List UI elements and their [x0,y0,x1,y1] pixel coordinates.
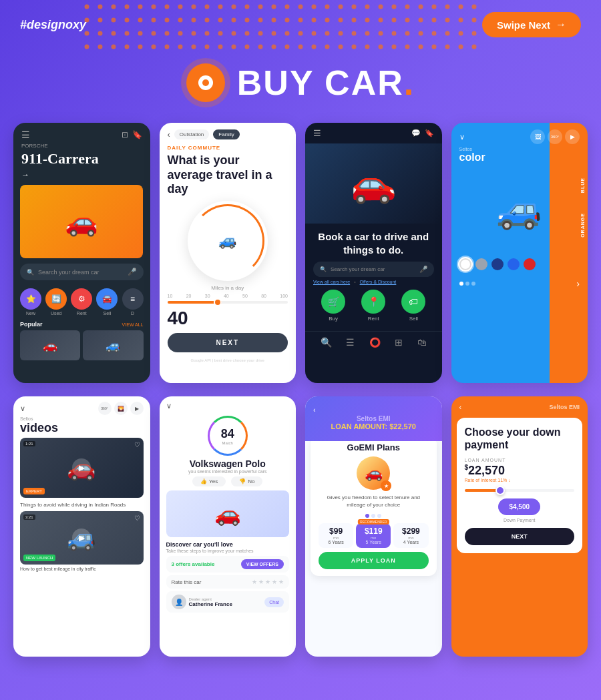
car-thumb-2[interactable]: 🚙 [83,330,143,360]
tab-new[interactable]: ⭐ New [20,288,41,316]
match-number: 84 [221,427,234,441]
color-red[interactable] [524,258,536,270]
recommended-badge: RECOMMENDED [358,519,389,524]
mic-icon[interactable]: 🎤 [419,266,427,273]
nav-bag-icon[interactable]: 🛍 [417,337,427,348]
no-button[interactable]: 👎 No [231,476,262,486]
360-icon[interactable]: 360° [98,402,112,415]
plan-3[interactable]: $299 mo 4 Years [393,523,428,548]
p4-side-labels: BLUE ORANGE [580,178,585,238]
plan-3-price: $299 [396,527,425,536]
like-icon-2[interactable]: ♡ [134,514,140,522]
thumbs-up-icon: 👍 [200,478,207,484]
chevron-down-icon[interactable]: ∨ [20,404,25,413]
swipe-next-button[interactable]: Swipe Next → [482,12,581,37]
chat-icon[interactable]: 💬 [411,129,421,137]
chat-button[interactable]: Chat [264,597,284,607]
slider-track[interactable] [465,489,575,492]
down-payment-title: Choose your down payment [465,426,575,451]
p2-slider[interactable]: 102030405080100 [160,292,296,308]
photo-icon[interactable]: 🌄 [114,402,128,415]
rate-info: Rate of Interest 11% ↓ [465,478,575,482]
slider-fill [465,489,497,492]
view-all-link[interactable]: View all cars here [313,280,350,284]
view-all-link[interactable]: VIEW ALL [122,322,144,327]
down-amount-button[interactable]: $4,500 [498,498,540,515]
p3-hero-car: 🚗 [305,143,442,224]
color-darkblue[interactable] [491,258,504,270]
yes-no-buttons: 👍 Yes 👎 No [160,476,296,486]
vw-car-image: 🚗 [166,490,290,537]
p3-content: Book a car to drive and things to do. 🔍 … [305,224,442,331]
plan-2-recommended[interactable]: RECOMMENDED $119 mo 5 Years [356,523,391,548]
nav-list-icon[interactable]: ☰ [346,337,355,348]
back-icon[interactable]: ‹ [459,403,462,411]
hamburger-icon[interactable]: ☰ [21,129,30,140]
p5-video-1[interactable]: 🚗 ▶ 1:21 EXPERT ♡ [20,438,144,498]
chip-family[interactable]: Family [213,129,240,139]
dot-3 [377,514,381,518]
tab-sell[interactable]: 🚘 Sell [96,288,118,316]
action-sell[interactable]: 🏷 Sell [401,290,425,322]
nav-search-icon[interactable]: 🔍 [321,337,332,348]
car-thumb-1[interactable]: 🚗 [20,330,80,360]
monitor-icon[interactable]: ⊡ [122,130,128,139]
hero-car-icon: 🚗 [351,162,397,206]
back-icon[interactable]: ‹ [168,129,170,139]
tab-used[interactable]: 🔄 Used [45,288,67,316]
tab-rent[interactable]: ⚙ Rent [71,288,92,316]
nav-dot-2 [465,282,469,286]
yes-button[interactable]: 👍 Yes [192,476,226,486]
new-launch-badge: NEW LAUNCH [23,555,55,561]
chip-outstation[interactable]: Outstation [174,129,209,139]
match-circle: 84 Match [208,416,248,456]
play-icon[interactable]: ▶ [565,129,580,144]
chevron-down-icon[interactable]: ∨ [166,402,172,410]
nav-grid-icon[interactable]: ⊞ [395,337,403,348]
p4-content: ∨ 🖼 360° ▶ Seltos color 🚙 BLUE ORANGE [451,123,588,292]
action-buy[interactable]: 🛒 Buy [321,290,345,322]
color-blue[interactable] [508,258,520,270]
video-icon[interactable]: ▶ [130,402,144,415]
link-separator: • [354,280,355,284]
bookmark-icon[interactable]: 🔖 [425,129,434,137]
p3-icons: 💬 🔖 [411,129,434,137]
agent-info: Dealer agent Catherine France [189,597,262,607]
hamburger-icon[interactable]: ☰ [313,128,321,138]
p2-title: What is your average travel in a day [160,152,296,198]
chevron-down-icon[interactable]: ∨ [459,133,465,141]
mic-icon[interactable]: 🎤 [128,268,137,276]
next-chevron-icon[interactable]: › [576,278,580,289]
p1-cars-row: 🚗 🚙 [13,329,150,366]
landscape-icon[interactable]: 🖼 [530,129,545,144]
p5-title: videos [13,421,150,438]
p1-search-bar[interactable]: 🔍 Search your dream car 🎤 [20,264,144,280]
p5-video-2[interactable]: 🚙 ▶ 3:21 NEW LAUNCH ♡ [20,511,144,565]
back-icon[interactable]: ‹ [313,406,316,414]
hero-icon [186,63,225,102]
color-white[interactable] [459,258,471,270]
color-gray[interactable] [475,258,487,270]
p3-search[interactable]: 🔍 Search your dream car 🎤 [313,262,434,277]
tab-more[interactable]: ≡ D [122,288,144,316]
discover-sub: Take these steps to improve your matches [160,549,296,556]
view-offers-button[interactable]: VIEW OFFERS [241,559,284,569]
video-2-time: 3:21 [23,514,35,520]
p2-next-button[interactable]: NEXT [168,333,288,352]
360-icon[interactable]: 360° [548,129,562,144]
emi-plans: $99 mo 6 Years RECOMMENDED $119 mo 5 Yea… [319,523,429,548]
next-button[interactable]: NEXT [465,528,575,545]
apply-loan-button[interactable]: APPLY LOAN [319,552,429,569]
nav-home-icon[interactable]: ⭕ [369,337,381,348]
star-rating[interactable]: ★ ★ ★ ★ ★ [252,579,284,585]
p4-nav-row: › [451,276,588,292]
plan-1[interactable]: $99 mo 6 Years [319,523,353,548]
header: #designoxy Swipe Next → [0,0,601,49]
like-icon[interactable]: ♡ [134,441,140,448]
action-rent[interactable]: 📍 Rent [361,290,385,322]
offers-link[interactable]: Offers & Discount [360,280,397,284]
bookmark-icon[interactable]: 🔖 [132,130,142,139]
new-icon: ⭐ [20,288,41,310]
p1-arrow-icon: → [13,169,150,185]
p2-gauge: 🚙 [188,201,268,281]
